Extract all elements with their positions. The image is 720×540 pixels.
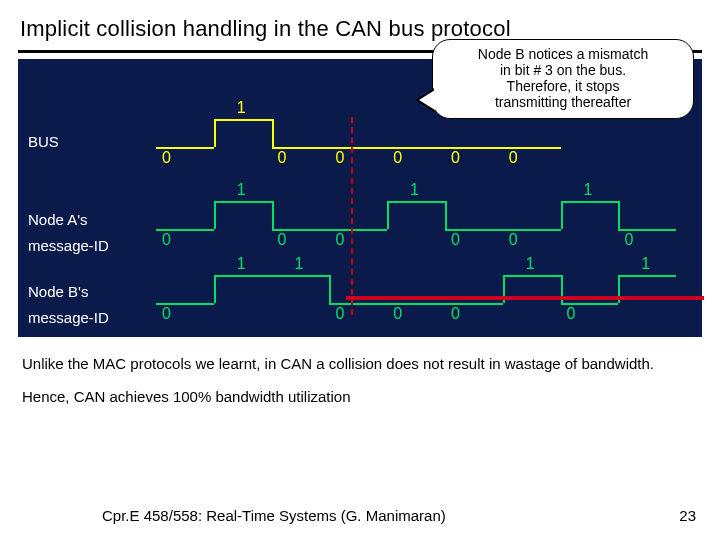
bubble-line: in bit # 3 on the bus.: [445, 62, 681, 78]
bit-label: 0: [335, 231, 344, 249]
bit-label: 0: [335, 305, 344, 323]
label-nodeA-1: Node A's: [28, 211, 88, 228]
bit-label: 0: [451, 305, 460, 323]
paragraph: Hence, CAN achieves 100% bandwidth utili…: [22, 388, 698, 407]
wave-edge: [445, 201, 447, 229]
bit-label: 1: [641, 255, 650, 273]
bit-label: 0: [278, 149, 287, 167]
bit-label: 0: [451, 231, 460, 249]
label-nodeB-1: Node B's: [28, 283, 88, 300]
bit-label: 0: [162, 231, 171, 249]
nodeB-stop-bar: [346, 296, 704, 300]
wave-edge: [214, 201, 216, 229]
label-nodeB-2: message-ID: [28, 309, 109, 326]
wave-edge: [214, 275, 216, 303]
wave-level: [214, 201, 272, 203]
wave-edge: [272, 201, 274, 229]
body-text: Unlike the MAC protocols we learnt, in C…: [18, 337, 702, 407]
bit-label: 0: [451, 149, 460, 167]
wave-level: [618, 275, 676, 277]
wave-edge: [214, 119, 216, 147]
diagram-area: Node B notices a mismatch in bit # 3 on …: [18, 59, 702, 337]
collision-marker: [351, 117, 353, 315]
bubble-line: Therefore, it stops: [445, 78, 681, 94]
bit-label: 0: [278, 231, 287, 249]
bit-label: 0: [509, 231, 518, 249]
bit-label: 1: [584, 181, 593, 199]
wave-edge: [272, 119, 274, 147]
wave-edge: [561, 201, 563, 229]
callout-bubble: Node B notices a mismatch in bit # 3 on …: [432, 39, 694, 119]
wave-level: [387, 201, 445, 203]
wave-level: [214, 275, 272, 277]
bit-label: 0: [335, 149, 344, 167]
bit-label: 1: [237, 181, 246, 199]
bit-label: 1: [526, 255, 535, 273]
bit-label: 0: [162, 305, 171, 323]
bubble-line: transmitting thereafter: [445, 94, 681, 110]
bit-label: 1: [295, 255, 304, 273]
bit-label: 0: [509, 149, 518, 167]
bit-label: 1: [410, 181, 419, 199]
bit-label: 0: [624, 231, 633, 249]
footer-page: 23: [679, 507, 696, 524]
bit-label: 0: [567, 305, 576, 323]
wave-level: [503, 275, 561, 277]
paragraph: Unlike the MAC protocols we learnt, in C…: [22, 355, 698, 374]
wave-level: [272, 275, 330, 277]
wave-edge: [387, 201, 389, 229]
footer-course: Cpr.E 458/558: Real-Time Systems (G. Man…: [102, 507, 446, 524]
bit-label: 0: [162, 149, 171, 167]
bit-label: 1: [237, 99, 246, 117]
bit-label: 0: [393, 305, 402, 323]
bubble-line: Node B notices a mismatch: [445, 46, 681, 62]
label-nodeA-2: message-ID: [28, 237, 109, 254]
wave-edge: [618, 201, 620, 229]
bit-label: 0: [393, 149, 402, 167]
wave-edge: [329, 275, 331, 303]
label-bus: BUS: [28, 133, 59, 150]
wave-level: [214, 119, 272, 121]
bit-label: 1: [237, 255, 246, 273]
wave-level: [561, 201, 619, 203]
